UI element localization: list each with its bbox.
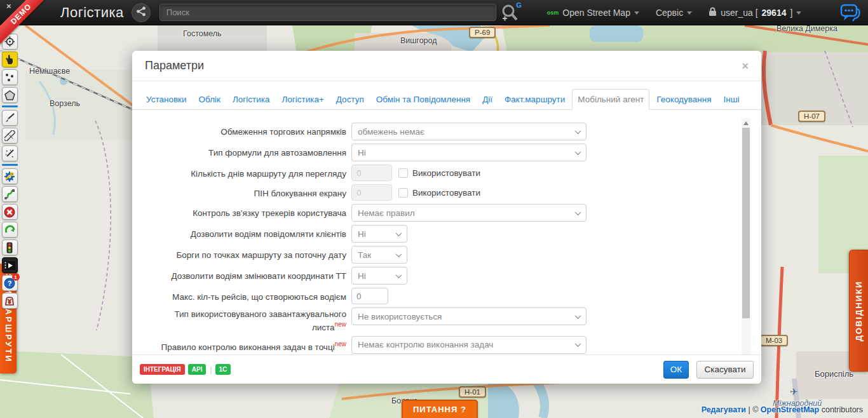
ok-button[interactable]: ОК: [663, 361, 689, 379]
api-badge[interactable]: API: [188, 364, 207, 375]
settings-gear-wrench-icon: [4, 171, 15, 182]
select-value: Ні: [358, 148, 366, 158]
tab-fakt-marshruty[interactable]: Факт.маршрути: [499, 90, 570, 109]
app-window: ✈ Гостомель Вишгород Велика Димерка Немі…: [0, 0, 868, 418]
search-icon: [500, 14, 519, 25]
tool-help-button[interactable]: ? 1: [2, 275, 18, 291]
field-label: Обмеження торгових напрямків: [145, 123, 346, 138]
tab-obmin[interactable]: Обмін та Повідомлення: [371, 90, 475, 109]
tab-dii[interactable]: Дії: [477, 90, 498, 109]
user-menu[interactable]: user_ua [29614]: [709, 7, 801, 18]
route-icon: [4, 189, 15, 199]
select-value: Ні: [358, 271, 366, 281]
field-label-text: Тип використовуваного завантажувального …: [174, 309, 346, 332]
service-menu[interactable]: Сервіс: [656, 8, 692, 18]
traffic-light-icon: [6, 242, 13, 253]
route-days-input[interactable]: [351, 165, 392, 181]
tool-video-button[interactable]: [2, 257, 18, 273]
dialog-title: Параметри: [145, 59, 204, 72]
dialog-close-icon[interactable]: ×: [742, 60, 749, 72]
edit-map-link[interactable]: Редагувати: [702, 405, 746, 414]
form-row: Борги по точках маршруту за поточну дату…: [145, 246, 736, 264]
field-label-text: Правило контролю виконання задач в точці: [161, 342, 335, 351]
select-value: Немає контролю виконання задач: [358, 340, 493, 349]
question-button[interactable]: ПИТАННЯ ?: [402, 400, 478, 418]
trade-directions-select[interactable]: обмежень немає: [351, 123, 587, 140]
chevron-down-icon: [575, 313, 581, 319]
field-label: Контроль зв'язку трекерів користувача: [145, 204, 346, 219]
tracker-control-select[interactable]: Немає правил: [351, 204, 587, 222]
integration-badge[interactable]: ІНТЕГРАЦІЯ: [140, 364, 185, 375]
autoorder-formula-select[interactable]: Ні: [351, 144, 587, 161]
tab-inshi[interactable]: Інші: [719, 90, 745, 109]
tool-magic-button[interactable]: [2, 145, 18, 161]
tab-oblik[interactable]: Облік: [194, 90, 226, 109]
cancel-button[interactable]: Скасувати: [696, 361, 754, 379]
tab-logistyka-plus[interactable]: Логістика+: [276, 90, 329, 109]
field-label: Борги по точках маршруту за поточну дату: [145, 246, 346, 261]
tool-route-button[interactable]: [2, 186, 18, 202]
tool-measure-button[interactable]: [2, 128, 18, 144]
map-provider-menu[interactable]: osm Open Street Map: [547, 8, 639, 18]
form-row: Правило контролю виконання задач в точці…: [145, 336, 736, 354]
field-label: Дозволити водіям змінювати координати ТТ: [145, 267, 346, 282]
tool-points-button[interactable]: [2, 69, 18, 85]
search-input[interactable]: [159, 4, 496, 21]
share-button[interactable]: [132, 3, 151, 22]
tool-cargo-button[interactable]: [2, 293, 18, 309]
select-value: обмежень немає: [358, 127, 424, 137]
change-coords-select[interactable]: Ні: [351, 267, 407, 285]
settings-tabs: Установки Облік Логістика Логістика+ Дос…: [132, 81, 761, 110]
osm-tag: osm: [547, 10, 559, 16]
chevron-down-icon: [396, 272, 402, 278]
tool-cancel-button[interactable]: [2, 204, 18, 220]
scroll-up-icon[interactable]: [743, 121, 749, 125]
route-days-checkbox[interactable]: [398, 168, 408, 178]
osm-link[interactable]: OpenStreetMap: [761, 405, 819, 414]
polygon-icon: [4, 90, 15, 100]
select-value: Не використовується: [358, 312, 442, 321]
tool-refresh-button[interactable]: [2, 222, 18, 238]
form-row: Обмеження торгових напрямків обмежень не…: [145, 123, 736, 140]
form-row: Тип формули для автозамовлення Ні: [145, 144, 736, 161]
tool-settings-button[interactable]: [2, 168, 18, 184]
tab-logistyka[interactable]: Логістика: [227, 90, 275, 109]
road-badge-h01: Н-01: [459, 386, 486, 398]
chevron-down-icon: [575, 340, 581, 347]
max-trips-input[interactable]: [351, 288, 388, 304]
1c-badge[interactable]: 1С: [215, 364, 231, 375]
window-close-icon[interactable]: ×: [6, 1, 11, 11]
pin-lock-input[interactable]: [351, 184, 392, 201]
notify-clients-select[interactable]: Ні: [351, 225, 407, 243]
tab-geokoduvannia[interactable]: Геокодування: [651, 90, 716, 109]
scrollbar-thumb[interactable]: [742, 128, 750, 318]
tab-ustanovky[interactable]: Установки: [141, 90, 192, 109]
task-control-select[interactable]: Немає контролю виконання задач: [351, 336, 587, 354]
search-button[interactable]: G: [500, 3, 522, 23]
chevron-down-icon: [575, 149, 581, 155]
tool-brush-button[interactable]: [2, 110, 18, 126]
form-scrollbar[interactable]: [742, 118, 750, 354]
pin-lock-checkbox[interactable]: [398, 188, 408, 198]
loading-sheet-select[interactable]: Не використовується: [351, 307, 587, 325]
tab-dostup[interactable]: Доступ: [331, 90, 369, 109]
map-label-hostomel: Гостомель: [183, 29, 222, 38]
map-label-vyshhorod: Вишгород: [400, 36, 437, 45]
user-suffix: ]: [790, 8, 792, 18]
lock-icon: [709, 7, 717, 18]
map-attribution: Редагувати | © OpenStreetMap contributor…: [702, 405, 863, 414]
field-label: Тип формули для автозамовлення: [145, 144, 346, 159]
tool-polygon-button[interactable]: [2, 87, 18, 103]
form-row: Дозволити водіям повідомляти клієнтів Ні: [145, 225, 736, 243]
tool-pan-button[interactable]: [2, 51, 18, 67]
checkbox-label: Використовувати: [412, 188, 480, 198]
service-menu-label: Сервіс: [656, 8, 683, 18]
chat-button[interactable]: [837, 1, 863, 27]
ruler-icon: [4, 130, 15, 141]
tool-traffic-button[interactable]: [2, 239, 18, 255]
map-label-vorzel: Ворзель: [50, 99, 80, 108]
form-row: Тип використовуваного завантажувального …: [145, 307, 736, 333]
debts-select[interactable]: Так: [351, 246, 407, 264]
directories-button[interactable]: ДОВІДНИКИ: [849, 250, 868, 372]
tab-mobilnyi-agent[interactable]: Мобільний агент: [572, 89, 649, 110]
